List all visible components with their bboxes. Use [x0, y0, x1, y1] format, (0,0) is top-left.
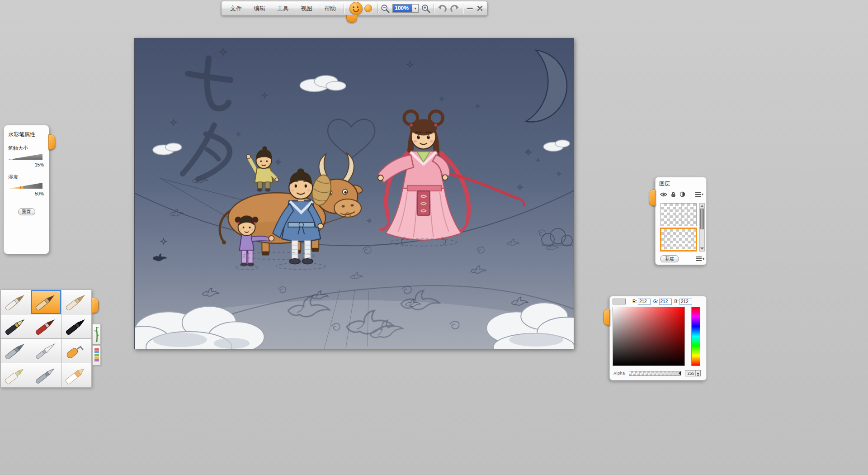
redo-arrow-icon [449, 3, 460, 14]
zoom-in-button[interactable] [421, 3, 431, 14]
toolbar-separator [344, 4, 344, 14]
toolbar-separator [463, 4, 463, 14]
brush-panel-title: 水彩笔属性 [8, 131, 45, 138]
wetness-slider[interactable] [8, 183, 42, 189]
alpha-slider[interactable] [629, 371, 681, 376]
toolbar-separator [377, 4, 378, 14]
zoom-dropdown-arrow-icon[interactable]: ▾ [412, 5, 418, 12]
redo-button[interactable] [449, 3, 460, 14]
brush-size-slider-knob[interactable] [9, 152, 13, 161]
app-logo-icon[interactable] [349, 2, 363, 15]
blue-channel-label: B: [675, 299, 679, 304]
brush-grid-pod-tab[interactable] [92, 298, 99, 313]
scroll-up-button[interactable] [700, 204, 704, 208]
brush-size-slider[interactable] [8, 154, 42, 160]
menu-edit[interactable]: 编辑 [248, 1, 271, 15]
tool-palette-knife[interactable] [31, 339, 61, 363]
layer-visibility-eye-icon[interactable] [660, 192, 667, 197]
wetness-slider-knob[interactable] [20, 181, 24, 190]
minimize-button[interactable] [466, 3, 473, 14]
saturation-value-picker[interactable] [613, 307, 685, 366]
bamboo-pen-icon [94, 326, 100, 343]
watercolor-brush-icon [33, 292, 59, 313]
palette-knife-icon [33, 341, 59, 361]
zoom-level-combo[interactable]: 100% ▾ [392, 4, 419, 13]
spinner-down-icon [697, 375, 699, 378]
tool-crayon-eraser[interactable] [61, 363, 91, 387]
paint-brush-icon [33, 316, 59, 337]
hue-slider[interactable] [691, 307, 700, 366]
layer-list-menu[interactable]: ▾ [696, 256, 704, 261]
toolbar-separator [434, 4, 434, 14]
tool-paint-roller[interactable] [61, 339, 91, 363]
tool-metal-pen[interactable] [31, 363, 61, 387]
airbrush-icon [3, 341, 29, 361]
close-button[interactable] [476, 3, 483, 14]
color-picker-panel: R: G: B: Alpha [609, 296, 707, 380]
tool-fountain-pen[interactable] [1, 314, 31, 338]
alpha-spinner[interactable] [695, 370, 700, 376]
extra-tool-column [92, 324, 101, 366]
blue-channel-input[interactable] [679, 299, 692, 305]
triangle-up-icon [700, 203, 704, 207]
tool-paint-brush[interactable] [31, 314, 61, 338]
tool-paper-stump[interactable] [1, 290, 31, 314]
tool-chisel-marker[interactable] [61, 290, 91, 314]
color-panel-pod-tab[interactable] [603, 309, 610, 325]
dropdown-arrow-icon: ▾ [702, 192, 703, 196]
chisel-marker-icon [63, 292, 90, 313]
fountain-pen-icon [3, 316, 29, 337]
layer-thumbnail-1[interactable] [660, 203, 697, 226]
menu-file[interactable]: 文件 [224, 1, 248, 15]
paper-stump-icon [3, 292, 29, 313]
list-icon [695, 192, 701, 197]
layer-thumbnail-2-selected[interactable] [660, 228, 697, 251]
layer-blend-icon[interactable] [679, 191, 685, 197]
green-channel-label: G: [653, 299, 658, 304]
tool-pattern-paper[interactable] [92, 345, 101, 366]
layers-scrollbar[interactable] [699, 203, 705, 252]
canvas-artwork [135, 38, 574, 349]
paint-roller-icon [63, 341, 90, 361]
brush-size-label: 笔触大小 [8, 145, 45, 152]
red-channel-input[interactable] [638, 299, 651, 305]
main-toolbar: 文件 编辑 工具 视图 帮助 100% ▾ [221, 1, 488, 16]
current-color-swatch[interactable] [613, 299, 626, 304]
close-icon [476, 5, 483, 12]
tool-airbrush[interactable] [1, 339, 31, 363]
layer-options-menu[interactable]: ▾ [695, 192, 703, 197]
scroll-down-button[interactable] [700, 247, 704, 251]
alpha-label: Alpha [613, 371, 625, 375]
tool-ink-pen[interactable] [61, 314, 91, 338]
brush-panel-pod-tab[interactable] [48, 134, 55, 150]
zoom-out-button[interactable] [380, 3, 390, 14]
paint-tube-icon [3, 365, 29, 386]
drawing-canvas[interactable] [134, 38, 574, 349]
tool-bamboo-pen[interactable] [92, 324, 101, 344]
menu-help[interactable]: 帮助 [318, 1, 342, 15]
metal-pen-icon [33, 365, 59, 386]
layers-panel: 图层 ▾ 新建 ▾ [655, 177, 707, 265]
new-layer-button[interactable]: 新建 [660, 255, 679, 262]
menu-view[interactable]: 视图 [295, 1, 318, 15]
layers-panel-pod-tab[interactable] [649, 190, 656, 206]
menu-tools[interactable]: 工具 [271, 1, 295, 15]
magnifier-minus-icon [380, 4, 390, 14]
brush-properties-panel: 水彩笔属性 笔触大小 15% 湿度 50% 重置 [4, 125, 49, 254]
wetness-label: 湿度 [8, 174, 45, 180]
app-logo-mini-icon[interactable] [364, 5, 372, 12]
tool-paint-tube[interactable] [1, 363, 31, 387]
minimize-icon [467, 8, 473, 9]
alpha-value-input[interactable] [685, 370, 695, 376]
tool-watercolor-brush-selected[interactable] [31, 290, 61, 314]
undo-button[interactable] [437, 3, 448, 14]
layer-lock-icon[interactable] [670, 191, 676, 197]
red-channel-label: R: [632, 299, 637, 304]
green-channel-input[interactable] [659, 299, 672, 305]
reset-button[interactable]: 重置 [18, 208, 35, 215]
alpha-slider-marker[interactable] [679, 371, 681, 375]
zoom-level-value[interactable]: 100% [393, 5, 412, 12]
toolbar-pod-tab[interactable] [346, 15, 357, 23]
brush-size-value: 15% [8, 162, 45, 167]
scrollbar-thumb[interactable] [700, 209, 704, 229]
